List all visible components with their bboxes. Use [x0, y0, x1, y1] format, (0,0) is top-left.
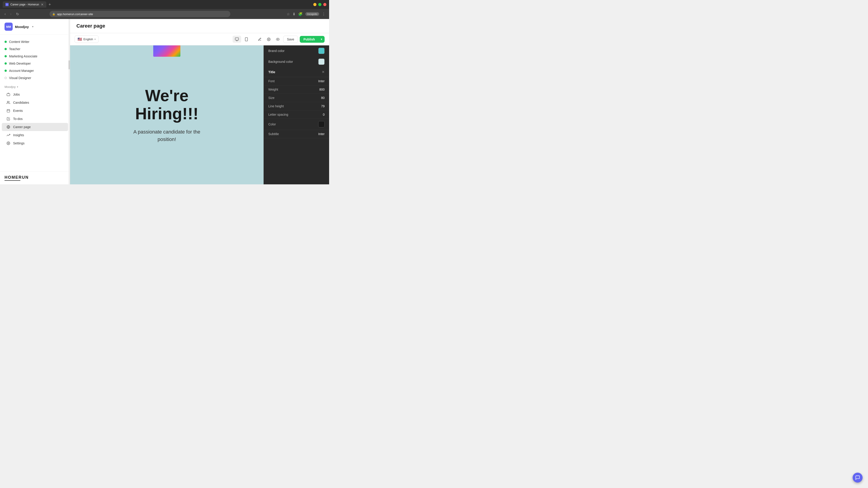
svg-point-15: [277, 39, 278, 40]
nav-section: Jobs Candidates Events: [0, 90, 70, 148]
trending-up-icon: [6, 133, 10, 137]
sidebar-item-candidates[interactable]: Candidates: [2, 98, 68, 107]
lock-icon: 🔒: [52, 13, 55, 15]
scrollbar-thumb: [68, 60, 70, 69]
line-height-value: 79: [321, 104, 324, 108]
company-section-label: Moodjoy: [4, 85, 16, 89]
status-dot-active: [4, 41, 7, 43]
brand-color-row: Brand color: [264, 45, 329, 56]
preview-subtitle: A passionate candidate for theposition!: [133, 128, 200, 143]
weight-value: 800: [319, 88, 324, 91]
title-section-close-button[interactable]: ✕: [322, 70, 324, 74]
preview-title-line2: Hiring!!!: [135, 105, 198, 123]
menu-icon[interactable]: ⋮: [322, 12, 326, 16]
toolbar-actions: Save Publish ▾: [256, 36, 324, 43]
publish-button[interactable]: Publish: [300, 36, 318, 43]
forward-button[interactable]: ›: [9, 11, 12, 17]
preview-icon-button[interactable]: [274, 36, 281, 43]
sidebar-item-settings[interactable]: Settings: [2, 139, 68, 147]
size-label: Size: [268, 96, 274, 100]
sidebar-item-label: Jobs: [13, 93, 20, 96]
list-item[interactable]: Teacher: [0, 45, 70, 53]
incognito-badge: Incognito: [305, 12, 319, 16]
settings-icon: [6, 141, 10, 145]
background-color-swatch[interactable]: [318, 59, 324, 65]
subtitle-label: Subtitle: [268, 132, 279, 136]
reload-button[interactable]: ↻: [15, 11, 20, 17]
sidebar-item-events[interactable]: Events: [2, 107, 68, 115]
address-bar[interactable]: 🔒 app.homerun.co/career-site: [50, 11, 230, 17]
settings-icon-button[interactable]: [265, 36, 272, 43]
language-selector[interactable]: 🇺🇸 English ▾: [74, 35, 98, 43]
weight-row: Weight 800: [264, 86, 329, 94]
maximize-button[interactable]: □: [318, 3, 321, 6]
homerun-logo: HOMERUN: [4, 175, 65, 180]
job-name: Marketing Associate: [9, 55, 37, 58]
page-title: Career page: [76, 23, 323, 29]
status-dot-active: [4, 48, 7, 50]
sidebar-item-label: Career page: [13, 125, 31, 129]
list-item[interactable]: Account Manager: [0, 67, 70, 74]
sidebar-item-label: Settings: [13, 141, 25, 145]
sidebar-scroll: Content Writer Teacher Marketing Associa…: [0, 35, 70, 171]
job-name: Account Manager: [9, 69, 34, 72]
brand-color-label: Brand color: [268, 49, 285, 53]
sidebar-item-todos[interactable]: To-dos: [2, 115, 68, 123]
globe-icon: [6, 125, 10, 129]
desktop-view-button[interactable]: [232, 36, 241, 43]
close-button[interactable]: ✕: [323, 3, 327, 6]
toolbar: 🇺🇸 English ▾: [70, 33, 329, 45]
tab-title: Career page - Homerun: [10, 3, 39, 6]
list-item[interactable]: Content Writer: [0, 38, 70, 45]
extensions-icon[interactable]: 🧩: [298, 12, 303, 16]
language-label: English: [84, 37, 93, 41]
status-dot-active: [4, 55, 7, 57]
preview-wrapper: We're Hiring!!! A passionate candidate f…: [70, 45, 329, 184]
sidebar-header: MM Moodjoy ▾: [0, 19, 70, 35]
sidebar-item-insights[interactable]: Insights: [2, 131, 68, 139]
mobile-view-button[interactable]: [242, 36, 251, 43]
sidebar-item-label: To-dos: [13, 117, 23, 121]
background-color-row: Background color: [264, 56, 329, 67]
sidebar-footer: HOMERUN: [0, 171, 70, 184]
subtitle-value: Inter: [318, 132, 324, 136]
right-panel: Brand color Background color Title ✕: [264, 45, 329, 184]
list-item[interactable]: Visual Designer: [0, 74, 70, 82]
font-label: Font: [268, 79, 275, 83]
subtitle-row: Subtitle Inter: [264, 130, 329, 138]
svg-point-14: [268, 39, 269, 40]
bookmark-icon[interactable]: ☆: [287, 12, 290, 16]
device-buttons: [232, 36, 251, 43]
page-header: Career page: [70, 19, 329, 33]
sidebar-item-label: Insights: [13, 133, 24, 137]
edit-icon-button[interactable]: [256, 36, 264, 43]
brand-color-swatch[interactable]: [318, 48, 324, 54]
company-chevron-icon[interactable]: ▾: [32, 25, 33, 28]
back-button[interactable]: ‹: [4, 11, 6, 17]
browser-chrome: H Career page - Homerun ✕ + − □ ✕: [0, 0, 329, 9]
save-button[interactable]: Save: [283, 36, 298, 43]
list-item[interactable]: Web Developer: [0, 60, 70, 67]
sidebar-company-section[interactable]: Moodjoy ▾: [0, 84, 70, 90]
color-preview-swatch[interactable]: [318, 121, 324, 127]
tab-close-button[interactable]: ✕: [41, 3, 43, 6]
minimize-button[interactable]: −: [313, 3, 316, 6]
svg-point-8: [8, 143, 9, 144]
publish-dropdown-button[interactable]: ▾: [318, 36, 324, 43]
briefcase-icon: [6, 92, 10, 96]
download-icon[interactable]: ⬇: [292, 12, 296, 16]
section-chevron-icon: ▾: [17, 86, 18, 88]
browser-tab-active[interactable]: H Career page - Homerun ✕: [3, 1, 46, 8]
address-bar-row: ‹ › ↻ 🔒 app.homerun.co/career-site ☆ ⬇ 🧩…: [0, 9, 329, 19]
new-tab-button[interactable]: +: [47, 2, 53, 7]
main-content: Career page 🇺🇸 English ▾: [70, 19, 329, 184]
preview-title-line1: We're: [145, 87, 188, 105]
list-item[interactable]: Marketing Associate: [0, 53, 70, 60]
size-row: Size 80: [264, 94, 329, 102]
sidebar-scrollbar[interactable]: [68, 19, 70, 184]
sidebar: MM Moodjoy ▾ Content Writer Teacher Mark…: [0, 19, 70, 184]
font-row: Font Inter: [264, 77, 329, 86]
sidebar-item-career-page[interactable]: Career page: [2, 123, 68, 131]
sidebar-item-jobs[interactable]: Jobs: [2, 90, 68, 98]
homerun-logo-underline: [4, 180, 20, 181]
